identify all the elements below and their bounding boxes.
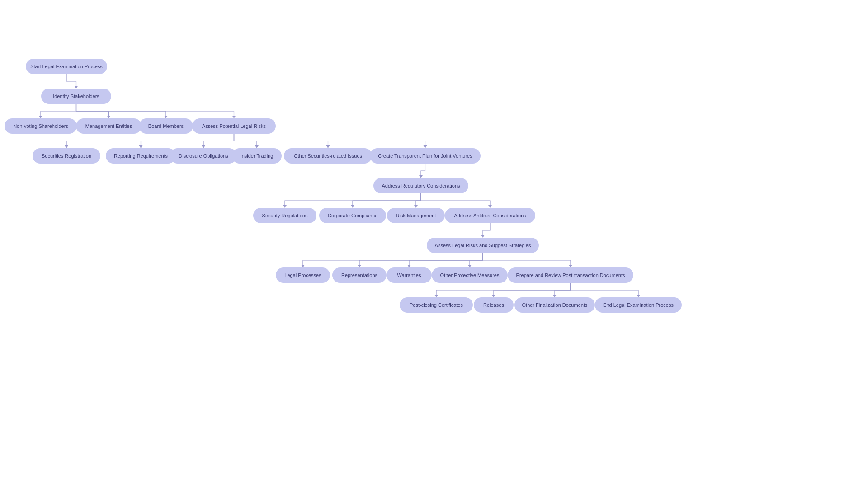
node-sec_reg[interactable]: Securities Registration — [33, 148, 100, 164]
node-create_plan[interactable]: Create Transparent Plan for Joint Ventur… — [370, 148, 481, 164]
node-management[interactable]: Management Entities — [76, 118, 142, 134]
node-address_reg[interactable]: Address Regulatory Considerations — [373, 178, 468, 193]
node-board[interactable]: Board Members — [139, 118, 193, 134]
node-post_closing[interactable]: Post-closing Certificates — [400, 297, 473, 313]
node-other_final[interactable]: Other Finalization Documents — [514, 297, 595, 313]
node-antitrust[interactable]: Address Antitrust Considerations — [445, 208, 535, 223]
node-security_reg[interactable]: Security Regulations — [253, 208, 316, 223]
node-corp_compliance[interactable]: Corporate Compliance — [319, 208, 386, 223]
node-nonvoting[interactable]: Non-voting Shareholders — [5, 118, 77, 134]
node-legal_proc[interactable]: Legal Processes — [276, 267, 330, 283]
node-releases[interactable]: Releases — [474, 297, 514, 313]
node-identify[interactable]: Identify Stakeholders — [41, 89, 111, 104]
node-start[interactable]: Start Legal Examination Process — [26, 59, 107, 74]
node-reporting[interactable]: Reporting Requirements — [106, 148, 176, 164]
node-other_protective[interactable]: Other Protective Measures — [432, 267, 508, 283]
node-assess_legal[interactable]: Assess Potential Legal Risks — [192, 118, 276, 134]
node-insider[interactable]: Insider Trading — [232, 148, 282, 164]
node-representations[interactable]: Representations — [332, 267, 387, 283]
node-risk_mgmt[interactable]: Risk Management — [387, 208, 445, 223]
node-disclosure[interactable]: Disclosure Obligations — [170, 148, 237, 164]
diagram-container: Start Legal Examination ProcessIdentify … — [0, 0, 868, 488]
node-prepare_review[interactable]: Prepare and Review Post-transaction Docu… — [508, 267, 633, 283]
node-warranties[interactable]: Warranties — [387, 267, 432, 283]
node-assess_strategies[interactable]: Assess Legal Risks and Suggest Strategie… — [427, 238, 539, 253]
node-end[interactable]: End Legal Examination Process — [595, 297, 682, 313]
node-other_sec[interactable]: Other Securities-related Issues — [284, 148, 372, 164]
